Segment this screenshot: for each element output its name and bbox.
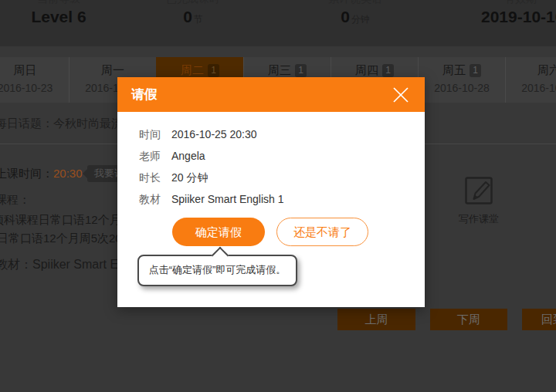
stat-label: 当前等级 xyxy=(12,0,105,4)
confirm-leave-button[interactable]: 确定请假 xyxy=(172,218,265,246)
writing-class-entry[interactable]: 写作课堂 xyxy=(459,176,499,226)
day-name: 周六 xyxy=(537,63,556,78)
row-label: 教材 xyxy=(139,193,171,205)
writing-class-label: 写作课堂 xyxy=(459,212,499,226)
cancel-leave-button[interactable]: 还是不请了 xyxy=(276,218,368,246)
lesson-count-badge: 1 xyxy=(208,64,219,77)
day-name: 周四 xyxy=(355,63,378,78)
stat-value: Level 6 xyxy=(12,8,105,26)
stat-current-level: 当前等级 Level 6 xyxy=(12,0,105,26)
tab-saturday[interactable]: 周六 2016-10-29 xyxy=(505,57,556,103)
course-line: 预科课程日常口语12个月 xyxy=(0,213,121,228)
row-label: 时长 xyxy=(139,171,171,184)
close-icon[interactable] xyxy=(391,85,411,105)
class-time-label: 上课时间： xyxy=(0,167,53,180)
stat-value: 0分钟 xyxy=(309,8,402,26)
tab-sunday[interactable]: 周日 2016-10-23 xyxy=(0,57,69,103)
stat-label: 累计说英语 xyxy=(309,0,402,4)
leave-request-modal: 请假 时间 2016-10-25 20:30 老师 Angela 时长 20 分… xyxy=(117,77,425,307)
stat-label: 有效期 xyxy=(504,0,556,4)
modal-title: 请假 xyxy=(131,86,158,103)
modal-row-duration: 时长 20 分钟 xyxy=(139,171,425,184)
row-value: 20 分钟 xyxy=(171,171,208,184)
stat-value: 2019-10-10 xyxy=(481,8,556,26)
lesson-count-badge: 1 xyxy=(470,64,481,77)
day-date: 2016-10-28 xyxy=(419,82,505,94)
row-label: 老师 xyxy=(139,150,171,162)
next-week-button[interactable]: 下周 xyxy=(430,309,507,330)
modal-row-teacher: 老师 Angela xyxy=(139,150,425,162)
day-date: 2016-10-29 xyxy=(506,82,556,94)
class-time: 上课时间：20:30 xyxy=(0,167,83,181)
stats-bar: 当前等级 Level 6 已完成课时 0节 累计说英语 0分钟 有效期 2019… xyxy=(0,0,556,46)
stat-value: 0节 xyxy=(147,8,239,26)
stat-unit: 分钟 xyxy=(351,14,370,25)
modal-header: 请假 xyxy=(117,77,425,112)
course-label: 课程： xyxy=(0,193,30,208)
day-name: 周二 xyxy=(181,63,204,78)
lesson-count-badge: 1 xyxy=(382,64,394,77)
row-label: 时间 xyxy=(139,128,171,140)
modal-row-material: 教材 Spiiker Smart English 1 xyxy=(139,193,425,205)
day-name: 周日 xyxy=(14,63,37,78)
back-to-this-week-button[interactable]: 回到本周 xyxy=(522,309,556,330)
pencil-square-icon xyxy=(464,194,493,208)
stat-speaking-minutes: 累计说英语 0分钟 xyxy=(309,0,402,26)
stat-valid-until: 有效期 2019-10-10 xyxy=(481,0,556,26)
row-value: Spiiker Smart English 1 xyxy=(171,193,284,205)
modal-row-time: 时间 2016-10-25 20:30 xyxy=(139,128,425,140)
day-name: 周一 xyxy=(101,63,124,78)
stat-label: 已完成课时 xyxy=(147,0,239,4)
day-name: 周五 xyxy=(442,63,466,78)
prev-week-button[interactable]: 上周 xyxy=(337,309,415,330)
lesson-count-badge: 1 xyxy=(295,64,307,77)
row-value: Angela xyxy=(171,150,205,162)
stat-completed-lessons: 已完成课时 0节 xyxy=(147,0,239,26)
tab-friday[interactable]: 周五1 2016-10-28 xyxy=(418,57,505,103)
class-time-value: 20:30 xyxy=(53,167,83,180)
row-value: 2016-10-25 20:30 xyxy=(171,128,257,140)
day-date: 2016-10-23 xyxy=(0,82,69,94)
modal-body: 时间 2016-10-25 20:30 老师 Angela 时长 20 分钟 教… xyxy=(117,112,425,205)
course-line: 日常口语12个月周5次20分 xyxy=(0,231,134,246)
stat-unit: 节 xyxy=(194,14,203,25)
confirm-tooltip: 点击“确定请假”即可完成请假。 xyxy=(137,255,297,286)
day-name: 周三 xyxy=(268,63,291,78)
